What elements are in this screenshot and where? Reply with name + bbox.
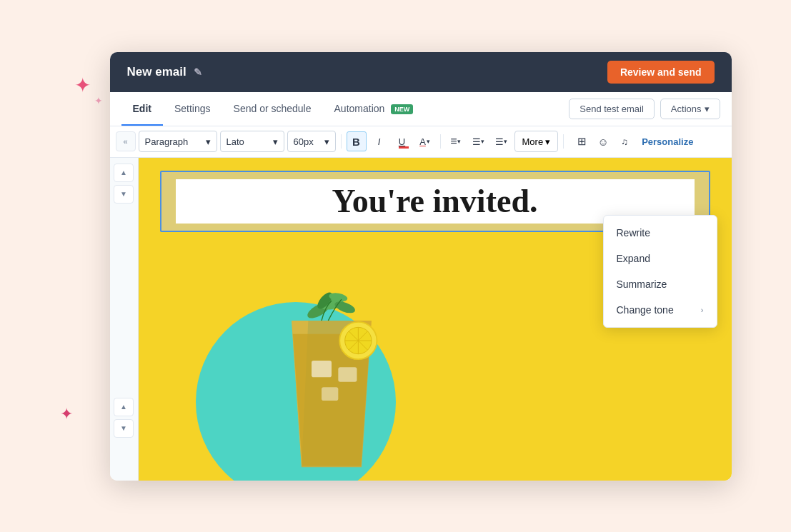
paragraph-select[interactable]: Paragraph ▾ [139, 131, 217, 152]
font-color-button[interactable]: A ▾ [415, 131, 435, 151]
size-chevron-icon: ▾ [324, 136, 329, 147]
sidebar-up-button[interactable]: ▲ [114, 164, 134, 182]
indent-button[interactable]: ☰ ▾ [492, 131, 512, 151]
up-arrow-icon: ▲ [120, 169, 127, 176]
nav-title-group: New email ✎ [127, 65, 202, 79]
drink-svg [267, 281, 396, 481]
context-menu-item-change-tone[interactable]: Change tone › [604, 297, 717, 323]
more-button[interactable]: More ▾ [514, 131, 559, 152]
toolbar-divider-1 [341, 134, 342, 149]
audio-button[interactable]: ♫ [615, 131, 635, 151]
toolbar-extra-icons: ⊞ ☺ ♫ [572, 131, 635, 151]
font-select[interactable]: Lato ▾ [220, 131, 284, 152]
context-menu-item-expand[interactable]: Expand [604, 246, 717, 271]
sidebar-strip: ▲ ▼ ▲ ▼ [110, 158, 139, 481]
font-size-select[interactable]: 60px ▾ [287, 131, 336, 152]
emoji-button[interactable]: ☺ [593, 131, 613, 151]
collapse-panel-button[interactable]: « [116, 131, 136, 151]
actions-chevron-icon: ▾ [705, 104, 710, 114]
personalize-button[interactable]: Personalize [642, 136, 693, 147]
drink-illustration [246, 252, 417, 481]
context-menu: Rewrite Expand Summarize Change tone › [603, 215, 717, 328]
sparkle-decoration-tl: ✦ [74, 74, 91, 97]
sidebar-scroll-group: ▲ ▼ [114, 398, 134, 438]
italic-button[interactable]: I [369, 131, 389, 151]
send-test-email-button[interactable]: Send test email [569, 99, 655, 119]
sidebar-down2-button[interactable]: ▼ [114, 419, 134, 438]
sidebar-up2-button[interactable]: ▲ [114, 398, 134, 416]
context-menu-item-rewrite[interactable]: Rewrite [604, 220, 717, 246]
toolbar-divider-2 [440, 134, 441, 149]
tabs-actions-group: Send test email Actions ▾ [569, 99, 720, 119]
align-button[interactable]: ≡ ▾ [446, 131, 466, 151]
edit-title-icon[interactable]: ✎ [194, 66, 202, 78]
underline-color-indicator [399, 146, 409, 149]
underline-button[interactable]: U [392, 131, 412, 151]
email-canvas: You're invited. [139, 158, 732, 481]
down2-arrow-icon: ▼ [120, 424, 127, 432]
content-area: ▲ ▼ ▲ ▼ [110, 158, 732, 481]
email-title: New email [127, 65, 186, 79]
svg-rect-4 [338, 367, 357, 382]
change-tone-chevron-icon: › [701, 306, 704, 314]
down-arrow-icon: ▼ [120, 190, 127, 198]
up2-arrow-icon: ▲ [120, 403, 127, 411]
font-chevron-icon: ▾ [273, 136, 278, 147]
toolbar: « Paragraph ▾ Lato ▾ 60px ▾ B I U [110, 126, 732, 158]
app-window: New email ✎ Review and send Edit Setting… [110, 52, 732, 481]
svg-rect-5 [322, 387, 338, 401]
svg-rect-3 [312, 361, 332, 377]
toolbar-divider-3 [563, 134, 564, 149]
tab-settings[interactable]: Settings [163, 93, 222, 126]
email-content: You're invited. [139, 158, 732, 481]
bold-button[interactable]: B [347, 131, 367, 151]
actions-button[interactable]: Actions ▾ [660, 99, 720, 119]
tab-send-schedule[interactable]: Send or schedule [222, 93, 323, 126]
list-button[interactable]: ☰ ▾ [469, 131, 489, 151]
top-nav: New email ✎ Review and send [110, 52, 732, 92]
tabs-bar: Edit Settings Send or schedule Automatio… [110, 92, 732, 126]
collapse-icon: « [123, 137, 127, 146]
sparkle-decoration-sm: ✦ [94, 95, 103, 106]
sidebar-down-button[interactable]: ▼ [114, 185, 134, 204]
context-menu-item-summarize[interactable]: Summarize [604, 271, 717, 297]
review-send-button[interactable]: Review and send [607, 61, 715, 84]
tab-automation[interactable]: Automation NEW [323, 93, 425, 126]
paragraph-chevron-icon: ▾ [206, 136, 211, 147]
automation-badge: NEW [391, 104, 413, 114]
tab-edit[interactable]: Edit [121, 93, 163, 126]
sparkle-decoration-bl: ✦ [60, 405, 73, 423]
link-button[interactable]: ⊞ [572, 131, 592, 151]
more-chevron-icon: ▾ [545, 136, 550, 147]
